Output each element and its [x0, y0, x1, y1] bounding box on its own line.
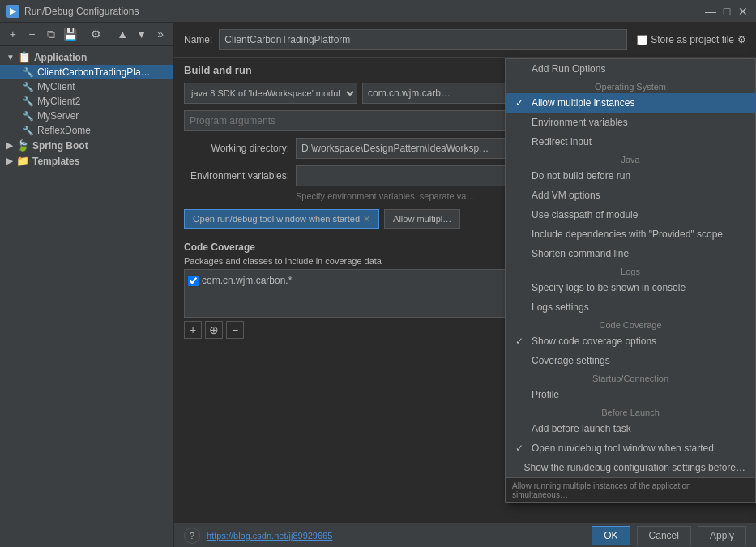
coverage-item-label: com.cn.wjm.carbon.*: [202, 275, 292, 286]
myclient2-label: MyClient2: [37, 96, 80, 107]
reflexdome-label: ReflexDome: [37, 125, 91, 136]
sidebar-item-myclient[interactable]: 🔧 MyClient: [0, 79, 173, 94]
title-bar-controls: — □ ✕: [704, 5, 750, 18]
copy-button[interactable]: ⧉: [43, 26, 59, 42]
bottom-status-link: https://blog.csdn.net/jj89929665: [207, 531, 585, 541]
sidebar-item-reflexdome[interactable]: 🔧 ReflexDome: [0, 123, 173, 138]
dropdown-shorten-cmd[interactable]: Shorten command line: [506, 244, 755, 263]
status-link[interactable]: https://blog.csdn.net/jj89929665: [207, 531, 332, 541]
dropdown-logs-header: Logs: [506, 263, 755, 278]
show-config-label: Show the run/debug configuration setting…: [523, 462, 745, 473]
store-project-label: Store as project file: [651, 34, 734, 45]
close-button[interactable]: ✕: [737, 5, 750, 18]
ok-button[interactable]: OK: [592, 526, 630, 545]
sidebar-toolbar: + − ⧉ 💾 ⚙ ▲ ▼ »: [0, 23, 173, 46]
sidebar-group-application[interactable]: ▼ 📋 Application: [0, 49, 173, 65]
dropdown-redirect-input[interactable]: Redirect input: [506, 132, 755, 152]
sidebar-group-spring-boot[interactable]: ▶ 🍃 Spring Boot: [0, 138, 173, 153]
dropdown-add-vm[interactable]: Add VM options: [506, 186, 755, 205]
profile-label: Profile: [532, 389, 559, 400]
specify-logs-label: Specify logs to be shown in console: [532, 282, 686, 293]
coverage-add-alt-button[interactable]: ⊕: [205, 321, 223, 339]
dropdown-no-build[interactable]: Do not build before run: [506, 166, 755, 186]
coverage-settings-label: Coverage settings: [532, 355, 610, 366]
sidebar-item-myserver[interactable]: 🔧 MyServer: [0, 109, 173, 123]
content-area: Name: Store as project file ⚙ Modify opt…: [174, 23, 756, 547]
allow-multiple-label: Allow multipl…: [393, 214, 451, 224]
spring-boot-label: Spring Boot: [32, 140, 88, 152]
modify-options-dropdown: Add Run Options Operating System Allow m…: [505, 58, 756, 503]
add-button[interactable]: +: [5, 26, 21, 42]
shorten-cmd-label: Shorten command line: [532, 248, 629, 259]
dropdown-allow-multiple[interactable]: Allow multiple instances: [506, 93, 755, 113]
dropdown-specify-logs[interactable]: Specify logs to be shown in console: [506, 278, 755, 297]
dropdown-before-launch-header: Before Launch: [506, 404, 755, 419]
up-button[interactable]: ▲: [114, 26, 130, 42]
dropdown-profile[interactable]: Profile: [506, 385, 755, 404]
client-carbon-label: ClientCarbonTradingPla…: [37, 66, 151, 78]
env-vars-label: Environment variables:: [184, 170, 289, 182]
dropdown-logs-settings[interactable]: Logs settings: [506, 297, 755, 317]
name-input[interactable]: [219, 29, 627, 50]
application-group-label: Application: [34, 52, 87, 63]
app-icon: ▶: [6, 5, 19, 18]
coverage-remove-button[interactable]: −: [226, 321, 244, 339]
coverage-item-checkbox[interactable]: [188, 276, 199, 286]
dropdown-env-variables[interactable]: Environment variables: [506, 113, 755, 132]
dropdown-coverage-settings[interactable]: Coverage settings: [506, 351, 755, 370]
add-run-options-label: Add Run Options: [532, 63, 605, 75]
redirect-input-label: Redirect input: [532, 136, 592, 147]
help-button[interactable]: ?: [184, 528, 200, 544]
allow-multiple-tag[interactable]: Allow multipl…: [384, 209, 460, 229]
config-icon: 🔧: [23, 67, 34, 78]
allow-multiple-dropdown-label: Allow multiple instances: [532, 97, 634, 109]
apply-button[interactable]: Apply: [698, 526, 746, 545]
working-dir-label: Working directory:: [184, 143, 289, 154]
myserver-label: MyServer: [37, 110, 79, 122]
arrow-icon: ▼: [6, 53, 15, 62]
tag-close-icon[interactable]: ✕: [363, 214, 370, 224]
more-button[interactable]: »: [152, 26, 169, 42]
dropdown-startup-header: Startup/Connection: [506, 370, 755, 385]
dropdown-status: Allow running multiple instances of the …: [506, 477, 755, 502]
spring-boot-icon: 🍃: [16, 139, 29, 152]
config-icon4: 🔧: [23, 111, 34, 122]
minimize-button[interactable]: —: [704, 5, 717, 18]
dropdown-show-config[interactable]: Show the run/debug configuration setting…: [506, 458, 755, 477]
sidebar: + − ⧉ 💾 ⚙ ▲ ▼ » ▼ 📋 Application 🔧 Client…: [0, 23, 174, 547]
cancel-button[interactable]: Cancel: [637, 526, 691, 545]
open-tool-window-dropdown-label: Open run/debug tool window when started: [532, 442, 714, 454]
no-build-label: Do not build before run: [532, 170, 630, 182]
maximize-button[interactable]: □: [720, 5, 733, 18]
name-row: Name: Store as project file ⚙: [174, 23, 756, 58]
sdk-select[interactable]: java 8 SDK of 'IdeaWorkspace' modul: [184, 83, 357, 104]
dropdown-use-classpath[interactable]: Use classpath of module: [506, 205, 755, 224]
dropdown-add-run-options[interactable]: Add Run Options: [506, 59, 755, 79]
sidebar-item-client-carbon[interactable]: 🔧 ClientCarbonTradingPla…: [0, 65, 173, 79]
open-tool-window-tag[interactable]: Open run/debug tool window when started …: [184, 209, 379, 229]
dropdown-java-header: Java: [506, 152, 755, 166]
main-layout: + − ⧉ 💾 ⚙ ▲ ▼ » ▼ 📋 Application 🔧 Client…: [0, 23, 756, 547]
store-project-checkbox[interactable]: [637, 35, 647, 45]
dropdown-coverage-header: Code Coverage: [506, 317, 755, 331]
config-icon5: 🔧: [23, 126, 34, 136]
dropdown-show-coverage[interactable]: Show code coverage options: [506, 331, 755, 351]
sidebar-group-templates[interactable]: ▶ 📁 Templates: [0, 153, 173, 169]
sidebar-item-myclient2[interactable]: 🔧 MyClient2: [0, 94, 173, 109]
env-variables-label: Environment variables: [532, 117, 628, 128]
down-button[interactable]: ▼: [134, 26, 150, 42]
dropdown-add-before-launch[interactable]: Add before launch task: [506, 419, 755, 438]
store-project-container: Store as project file ⚙: [637, 34, 746, 45]
remove-button[interactable]: −: [24, 26, 41, 42]
templates-label: Templates: [32, 156, 79, 167]
coverage-add-button[interactable]: +: [184, 321, 202, 339]
settings-button[interactable]: ⚙: [88, 26, 105, 42]
title-bar: ▶ Run/Debug Configurations — □ ✕: [0, 0, 756, 23]
arrow-icon-t: ▶: [6, 156, 13, 165]
templates-icon: 📁: [16, 155, 29, 167]
dropdown-include-deps[interactable]: Include dependencies with "Provided" sco…: [506, 224, 755, 244]
dropdown-open-tool-window[interactable]: Open run/debug tool window when started: [506, 438, 755, 458]
window-title: Run/Debug Configurations: [24, 6, 139, 17]
arrow-icon-sb: ▶: [6, 141, 13, 150]
save-button[interactable]: 💾: [62, 26, 79, 42]
